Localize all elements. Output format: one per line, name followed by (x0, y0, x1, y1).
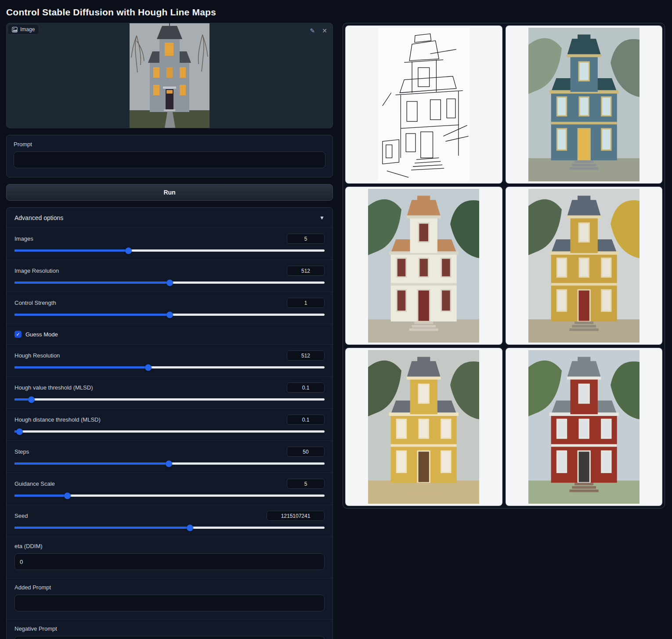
slider-fill (14, 398, 31, 401)
slider-value-image-resolution[interactable] (287, 266, 325, 276)
slider-track-hough-distance-threshold[interactable] (14, 430, 325, 433)
slider-track-guidance-scale[interactable] (14, 495, 325, 497)
controls-column: Image ✎ ✕ (6, 23, 333, 639)
page-title: Control Stable Diffusion with Hough Line… (0, 0, 672, 23)
prompt-panel: Prompt (6, 135, 333, 177)
added-prompt-label: Added Prompt (14, 584, 325, 591)
slider-track-hough-value-threshold[interactable] (14, 398, 325, 401)
negative-prompt-row: Negative Prompt (7, 619, 332, 639)
checkbox-checked-icon[interactable]: ✓ (14, 331, 22, 338)
slider-fill (14, 462, 169, 465)
guess-mode-checkbox-row[interactable]: ✓ Guess Mode (7, 324, 332, 344)
added-prompt-row: Added Prompt (7, 578, 332, 619)
slider-fill (14, 249, 128, 252)
clear-image-button[interactable]: ✕ (321, 27, 328, 35)
slider-row-control-strength: Control Strength (7, 292, 332, 324)
slider-row-hough-resolution: Hough Resolution (7, 344, 332, 376)
gallery-image-hough-map (378, 28, 470, 182)
slider-label-control-strength: Control Strength (14, 300, 56, 306)
image-label-badge: Image (7, 24, 39, 35)
image-icon (12, 27, 18, 32)
gallery-image-result-2 (368, 189, 479, 343)
gallery-item-result-3[interactable] (506, 187, 663, 345)
slider-row-guidance-scale: Guidance Scale (7, 473, 332, 505)
slider-track-images[interactable] (14, 249, 325, 252)
slider-track-seed[interactable] (14, 527, 325, 529)
slider-value-hough-resolution[interactable] (287, 350, 325, 361)
advanced-options-header[interactable]: Advanced options ▼ (7, 208, 332, 227)
slider-track-steps[interactable] (14, 462, 325, 465)
input-image-panel: Image ✎ ✕ (6, 23, 333, 128)
edit-image-button[interactable]: ✎ (309, 27, 316, 35)
slider-label-image-resolution: Image Resolution (14, 267, 59, 274)
gallery-item-result-1[interactable] (506, 25, 663, 184)
slider-track-control-strength[interactable] (14, 314, 325, 316)
added-prompt-input[interactable] (14, 595, 325, 611)
slider-row-hough-value-threshold: Hough value threshold (MLSD) (7, 376, 332, 408)
slider-value-steps[interactable] (287, 447, 325, 457)
main-layout: Image ✎ ✕ (0, 23, 672, 639)
input-image[interactable] (130, 23, 210, 128)
image-label: Image (20, 26, 35, 32)
run-button[interactable]: Run (6, 184, 333, 201)
gallery-item-result-4[interactable] (345, 348, 502, 506)
slider-fill (14, 314, 170, 316)
slider-fill (14, 366, 148, 368)
gallery-item-result-2[interactable] (345, 187, 502, 345)
prompt-label: Prompt (14, 141, 325, 148)
gallery-image-result-1 (528, 28, 639, 182)
slider-value-hough-value-threshold[interactable] (287, 383, 325, 393)
image-actions: ✎ ✕ (309, 27, 328, 35)
gallery-item-hough-map[interactable] (345, 25, 502, 184)
negative-prompt-input[interactable] (14, 636, 325, 639)
negative-prompt-label: Negative Prompt (14, 625, 325, 632)
slider-row-images: Images (7, 227, 332, 260)
slider-label-hough-distance-threshold: Hough distance threshold (MLSD) (14, 416, 101, 423)
gallery-item-result-5[interactable] (506, 348, 663, 506)
slider-row-hough-distance-threshold: Hough distance threshold (MLSD) (7, 408, 332, 440)
advanced-options-label: Advanced options (14, 214, 63, 221)
slider-label-hough-value-threshold: Hough value threshold (MLSD) (14, 384, 93, 391)
slider-fill (14, 527, 190, 529)
chevron-down-icon: ▼ (319, 215, 325, 221)
guess-mode-label: Guess Mode (25, 331, 58, 338)
slider-value-guidance-scale[interactable] (287, 479, 325, 489)
slider-fill (14, 430, 19, 433)
gallery-image-result-5 (528, 350, 639, 504)
slider-label-hough-resolution: Hough Resolution (14, 352, 60, 359)
gallery-image-result-4 (368, 350, 479, 504)
gallery-image-result-3 (528, 189, 639, 343)
slider-track-image-resolution[interactable] (14, 282, 325, 284)
advanced-options-panel: Advanced options ▼ Images Image Resoluti… (6, 207, 333, 639)
output-gallery (343, 23, 665, 509)
slider-label-guidance-scale: Guidance Scale (14, 480, 55, 487)
slider-label-seed: Seed (14, 513, 28, 519)
slider-value-images[interactable] (287, 234, 325, 244)
eta-label: eta (DDIM) (14, 543, 325, 549)
slider-label-images: Images (14, 235, 33, 242)
results-column (343, 23, 665, 509)
slider-fill (14, 495, 67, 497)
slider-row-seed: Seed (7, 505, 332, 537)
eta-row: eta (DDIM) (7, 537, 332, 578)
slider-value-seed[interactable] (267, 511, 325, 521)
slider-label-steps: Steps (14, 448, 29, 455)
slider-row-steps: Steps (7, 440, 332, 473)
slider-row-image-resolution: Image Resolution (7, 260, 332, 292)
slider-fill (14, 282, 170, 284)
slider-track-hough-resolution[interactable] (14, 366, 325, 368)
slider-value-control-strength[interactable] (287, 298, 325, 308)
slider-value-hough-distance-threshold[interactable] (287, 415, 325, 425)
prompt-input[interactable] (14, 152, 325, 168)
eta-input[interactable] (14, 553, 325, 570)
